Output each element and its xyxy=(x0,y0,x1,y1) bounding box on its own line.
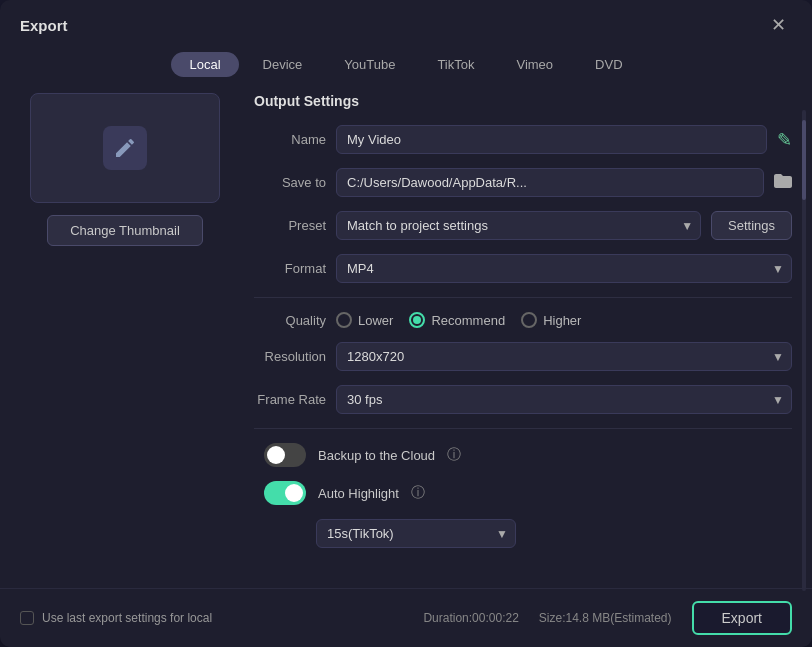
tab-youtube[interactable]: YouTube xyxy=(326,52,413,77)
resolution-select-wrapper: 1280x720 ▼ xyxy=(336,342,792,371)
backup-cloud-label: Backup to the Cloud xyxy=(318,448,435,463)
quality-higher-label: Higher xyxy=(543,313,581,328)
main-content: Change Thumbnail Output Settings Name ✎ … xyxy=(0,89,812,588)
thumbnail-edit-icon xyxy=(103,126,147,170)
backup-cloud-toggle[interactable] xyxy=(264,443,306,467)
tab-dvd[interactable]: DVD xyxy=(577,52,640,77)
auto-highlight-row: Auto Highlight ⓘ xyxy=(254,481,792,505)
quality-recommend-option[interactable]: Recommend xyxy=(409,312,505,328)
tab-tiktok[interactable]: TikTok xyxy=(419,52,492,77)
footer-left: Use last export settings for local xyxy=(20,611,212,625)
quality-radio-group: Lower Recommend Higher xyxy=(336,312,581,328)
use-last-settings-label: Use last export settings for local xyxy=(42,611,212,625)
footer-right: Duration:00:00:22 Size:14.8 MB(Estimated… xyxy=(423,601,792,635)
save-to-row: Save to C:/Users/Dawood/AppData/R... xyxy=(254,168,792,197)
resolution-row: Resolution 1280x720 ▼ xyxy=(254,342,792,371)
backup-cloud-toggle-thumb xyxy=(267,446,285,464)
format-label: Format xyxy=(254,261,326,276)
frame-rate-label: Frame Rate xyxy=(254,392,326,407)
use-last-settings-checkbox[interactable] xyxy=(20,611,34,625)
settings-button[interactable]: Settings xyxy=(711,211,792,240)
format-select[interactable]: MP4 xyxy=(336,254,792,283)
backup-cloud-row: Backup to the Cloud ⓘ xyxy=(254,443,792,467)
change-thumbnail-button[interactable]: Change Thumbnail xyxy=(47,215,203,246)
tabs-row: Local Device YouTube TikTok Vimeo DVD xyxy=(0,46,812,89)
output-settings-title: Output Settings xyxy=(254,93,792,109)
export-dialog: Export ✕ Local Device YouTube TikTok Vim… xyxy=(0,0,812,647)
auto-highlight-help-icon[interactable]: ⓘ xyxy=(411,484,425,502)
scrollbar-track xyxy=(802,110,806,591)
folder-icon[interactable] xyxy=(774,173,792,193)
thumbnail-preview xyxy=(30,93,220,203)
format-select-wrapper: MP4 ▼ xyxy=(336,254,792,283)
format-row: Format MP4 ▼ xyxy=(254,254,792,283)
save-to-input[interactable]: C:/Users/Dawood/AppData/R... xyxy=(336,168,764,197)
auto-highlight-toggle-thumb xyxy=(285,484,303,502)
highlight-select-row: 15s(TikTok) ▼ xyxy=(254,519,792,548)
divider-2 xyxy=(254,428,792,429)
size-info: Size:14.8 MB(Estimated) xyxy=(539,611,672,625)
close-button[interactable]: ✕ xyxy=(765,14,792,36)
resolution-select[interactable]: 1280x720 xyxy=(336,342,792,371)
scrollbar-thumb[interactable] xyxy=(802,120,806,200)
name-input[interactable] xyxy=(336,125,767,154)
resolution-label: Resolution xyxy=(254,349,326,364)
backup-cloud-help-icon[interactable]: ⓘ xyxy=(447,446,461,464)
save-to-label: Save to xyxy=(254,175,326,190)
title-bar: Export ✕ xyxy=(0,0,812,46)
footer: Use last export settings for local Durat… xyxy=(0,588,812,647)
quality-lower-label: Lower xyxy=(358,313,393,328)
quality-recommend-radio[interactable] xyxy=(409,312,425,328)
preset-select[interactable]: Match to project settings xyxy=(336,211,701,240)
preset-label: Preset xyxy=(254,218,326,233)
tab-local[interactable]: Local xyxy=(171,52,238,77)
name-label: Name xyxy=(254,132,326,147)
frame-rate-select[interactable]: 30 fps xyxy=(336,385,792,414)
frame-rate-select-wrapper: 30 fps ▼ xyxy=(336,385,792,414)
left-panel: Change Thumbnail xyxy=(20,89,230,588)
highlight-duration-select[interactable]: 15s(TikTok) xyxy=(316,519,516,548)
quality-label: Quality xyxy=(254,313,326,328)
quality-higher-option[interactable]: Higher xyxy=(521,312,581,328)
export-button[interactable]: Export xyxy=(692,601,792,635)
highlight-select-wrapper: 15s(TikTok) ▼ xyxy=(316,519,516,548)
preset-select-wrapper: Match to project settings ▼ xyxy=(336,211,701,240)
dialog-title: Export xyxy=(20,17,68,34)
quality-lower-option[interactable]: Lower xyxy=(336,312,393,328)
quality-higher-radio[interactable] xyxy=(521,312,537,328)
tab-vimeo[interactable]: Vimeo xyxy=(498,52,571,77)
auto-highlight-toggle[interactable] xyxy=(264,481,306,505)
quality-recommend-label: Recommend xyxy=(431,313,505,328)
name-row: Name ✎ xyxy=(254,125,792,154)
preset-row: Preset Match to project settings ▼ Setti… xyxy=(254,211,792,240)
divider-1 xyxy=(254,297,792,298)
tab-device[interactable]: Device xyxy=(245,52,321,77)
quality-lower-radio[interactable] xyxy=(336,312,352,328)
frame-rate-row: Frame Rate 30 fps ▼ xyxy=(254,385,792,414)
auto-highlight-label: Auto Highlight xyxy=(318,486,399,501)
quality-row: Quality Lower Recommend Higher xyxy=(254,312,792,328)
duration-info: Duration:00:00:22 xyxy=(423,611,518,625)
ai-icon[interactable]: ✎ xyxy=(777,129,792,151)
right-panel: Output Settings Name ✎ Save to C:/Users/… xyxy=(254,89,792,588)
